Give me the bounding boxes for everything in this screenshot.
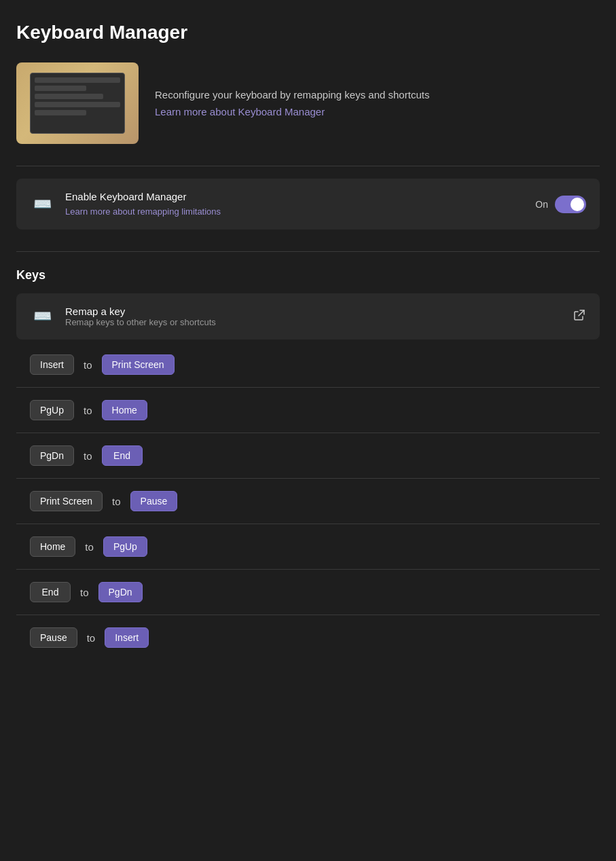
keys-section: Keys ⌨️ Remap a key Remap keys to other …	[16, 251, 600, 660]
key-mapping-row: PgUptoHome	[16, 388, 600, 433]
to-label: to	[112, 496, 121, 507]
hero-learn-more-link[interactable]: Learn more about Keyboard Manager	[155, 106, 325, 117]
to-key-badge: PgDn	[98, 582, 143, 602]
page-title: Keyboard Manager	[16, 22, 600, 43]
hero-image	[16, 62, 139, 144]
enable-title: Enable Keyboard Manager	[65, 191, 524, 202]
to-label: to	[87, 632, 96, 644]
to-key-badge: Pause	[130, 491, 178, 511]
to-label: to	[80, 587, 89, 598]
hero-image-bar-1	[35, 77, 120, 83]
enable-toggle[interactable]	[555, 196, 586, 213]
hero-section: Reconfigure your keyboard by remapping k…	[16, 62, 600, 144]
hero-text: Reconfigure your keyboard by remapping k…	[155, 89, 429, 118]
remap-header-text: Remap a key Remap keys to other keys or …	[65, 306, 562, 327]
key-mapping-row: PausetoInsert	[16, 615, 600, 660]
keyboard-manager-icon: ⌨️	[30, 192, 54, 217]
to-key-badge: Print Screen	[102, 354, 175, 375]
to-label: to	[84, 359, 92, 371]
remap-header-title: Remap a key	[65, 306, 562, 317]
hero-image-inner	[30, 73, 125, 134]
key-mapping-row: EndtoPgDn	[16, 570, 600, 615]
hero-image-bar-2	[35, 86, 86, 91]
from-key-badge: End	[30, 582, 71, 602]
keys-section-label: Keys	[16, 268, 600, 282]
to-label: to	[85, 541, 94, 553]
enable-text-group: Enable Keyboard Manager Learn more about…	[65, 191, 524, 217]
from-key-badge: Pause	[30, 627, 77, 648]
from-key-badge: PgUp	[30, 400, 74, 420]
to-key-badge: Home	[102, 400, 147, 420]
from-key-badge: Print Screen	[30, 491, 103, 511]
key-mappings-list: InserttoPrint ScreenPgUptoHomePgDntoEndP…	[16, 342, 600, 660]
hero-divider	[16, 166, 600, 166]
hero-description: Reconfigure your keyboard by remapping k…	[155, 89, 429, 100]
from-key-badge: Home	[30, 536, 75, 557]
remapping-limitations-link[interactable]: Learn more about remapping limitations	[65, 206, 221, 217]
remap-external-link-icon[interactable]	[573, 308, 586, 325]
enable-control: On	[535, 196, 586, 213]
to-label: to	[84, 450, 92, 462]
enable-keyboard-manager-section: ⌨️ Enable Keyboard Manager Learn more ab…	[16, 179, 600, 230]
from-key-badge: Insert	[30, 354, 74, 375]
remap-keyboard-icon: ⌨️	[30, 304, 54, 329]
key-mapping-row: HometoPgUp	[16, 524, 600, 570]
to-key-badge: Insert	[105, 627, 149, 648]
remap-a-key-header: ⌨️ Remap a key Remap keys to other keys …	[16, 293, 600, 340]
key-mapping-row: Print ScreentoPause	[16, 479, 600, 524]
hero-image-bar-4	[35, 102, 120, 107]
to-key-badge: PgUp	[103, 536, 147, 557]
from-key-badge: PgDn	[30, 445, 74, 466]
toggle-knob	[570, 198, 584, 211]
toggle-on-label: On	[535, 199, 548, 210]
hero-image-bar-5	[35, 110, 86, 115]
to-label: to	[84, 405, 92, 416]
to-key-badge: End	[102, 445, 143, 466]
key-mapping-row: PgDntoEnd	[16, 433, 600, 479]
key-mapping-row: InserttoPrint Screen	[16, 342, 600, 388]
remap-header-subtitle: Remap keys to other keys or shortcuts	[65, 317, 562, 327]
hero-image-bar-3	[35, 94, 103, 99]
